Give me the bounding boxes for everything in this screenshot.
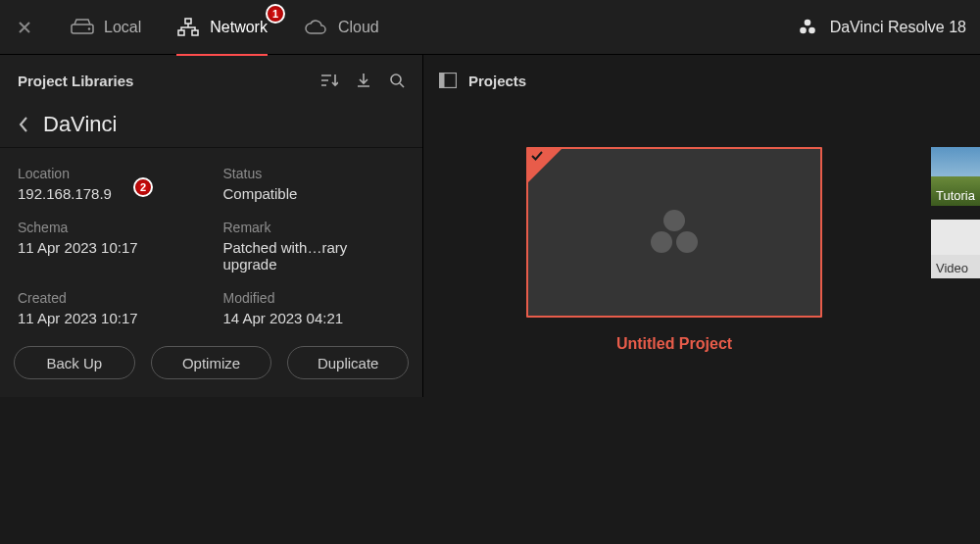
app-brand-label: DaVinci Resolve 18 <box>830 19 966 36</box>
drive-icon <box>71 19 94 36</box>
duplicate-button[interactable]: Duplicate <box>287 346 409 379</box>
project-libraries-heading: Project Libraries <box>18 73 133 89</box>
tab-cloud[interactable]: Cloud <box>303 0 379 55</box>
network-icon <box>176 18 200 37</box>
project-side-tiles: Tutoria Video <box>931 147 980 278</box>
sidebar: Project Libraries DaVinci Locatio <box>0 55 423 397</box>
tab-label: Network <box>210 19 268 36</box>
tab-network[interactable]: Network 1 <box>176 0 268 55</box>
modified-value: 14 Apr 2023 04:21 <box>223 310 406 326</box>
tile-label: Video <box>936 261 968 275</box>
svg-point-7 <box>808 26 815 33</box>
svg-point-13 <box>676 231 698 253</box>
sort-icon[interactable] <box>320 73 338 88</box>
tab-label: Cloud <box>338 19 379 36</box>
location-label: Location <box>18 166 200 181</box>
status-label: Status <box>223 166 406 181</box>
selected-check-icon <box>528 149 562 182</box>
project-thumbnail-selected[interactable] <box>526 147 822 318</box>
project-thumbnail[interactable]: Tutoria <box>931 147 980 206</box>
tab-local[interactable]: Local <box>71 0 141 55</box>
svg-rect-10 <box>440 74 445 88</box>
modified-label: Modified <box>223 290 406 306</box>
cloud-icon <box>303 19 328 36</box>
created-label: Created <box>18 290 200 306</box>
annotation-badge-1: 1 <box>266 4 285 24</box>
remark-value: Patched with…rary upgrade <box>223 239 406 272</box>
download-icon[interactable] <box>356 73 371 88</box>
library-breadcrumb: DaVinci <box>0 106 422 148</box>
optimize-button[interactable]: Optimize <box>151 346 272 379</box>
library-name: DaVinci <box>43 112 117 137</box>
close-icon[interactable] <box>14 17 35 38</box>
remark-label: Remark <box>223 220 406 235</box>
svg-rect-4 <box>192 30 198 35</box>
svg-rect-3 <box>178 30 184 35</box>
status-value: Compatible <box>223 185 406 202</box>
resolve-logo-icon <box>797 17 818 38</box>
svg-rect-2 <box>185 19 191 24</box>
tile-label: Tutoria <box>936 188 975 203</box>
library-info: Location 192.168.178.9 2 Status Compatib… <box>0 148 422 344</box>
project-title-selected[interactable]: Untitled Project <box>526 335 822 353</box>
project-thumbnail[interactable]: Video <box>931 220 980 278</box>
svg-point-1 <box>88 27 90 29</box>
projects-panel: Projects Untitled Project Tutoria Video … <box>423 55 980 397</box>
search-icon[interactable] <box>389 73 405 88</box>
svg-point-8 <box>391 74 401 84</box>
created-value: 11 Apr 2023 10:17 <box>18 310 200 326</box>
schema-value: 11 Apr 2023 10:17 <box>18 239 200 256</box>
top-bar: Local Network 1 Cloud DaVinci Resolve 18 <box>0 0 980 55</box>
schema-label: Schema <box>18 220 200 235</box>
panel-layout-icon[interactable] <box>439 73 457 88</box>
tab-label: Local <box>104 19 141 36</box>
back-chevron-icon[interactable] <box>18 116 29 133</box>
backup-button[interactable]: Back Up <box>14 346 135 379</box>
svg-point-11 <box>663 210 685 231</box>
projects-heading: Projects <box>468 73 526 89</box>
location-value: 192.168.178.9 <box>18 185 200 202</box>
resolve-placeholder-icon <box>643 201 706 264</box>
app-brand: DaVinci Resolve 18 <box>797 17 966 38</box>
svg-point-5 <box>804 19 810 25</box>
svg-point-12 <box>651 231 672 253</box>
svg-point-6 <box>800 26 807 33</box>
